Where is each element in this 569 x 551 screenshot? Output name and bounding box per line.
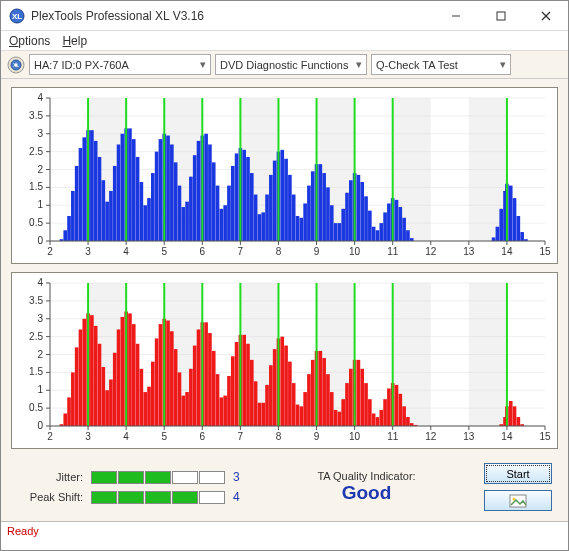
svg-text:3: 3 — [37, 313, 43, 324]
svg-rect-280 — [292, 383, 296, 426]
svg-rect-64 — [140, 182, 144, 241]
svg-rect-116 — [338, 223, 342, 241]
svg-rect-125 — [372, 227, 376, 241]
svg-rect-309 — [402, 406, 406, 426]
svg-rect-238 — [132, 324, 136, 426]
meter-segment — [172, 491, 198, 504]
svg-rect-81 — [204, 134, 208, 241]
svg-rect-105 — [296, 216, 300, 241]
svg-rect-99 — [273, 161, 277, 241]
svg-rect-305 — [387, 388, 391, 426]
toolbar: XL HA:7 ID:0 PX-760A ▾ DVD Diagnostic Fu… — [1, 51, 568, 79]
svg-rect-310 — [406, 417, 410, 426]
svg-rect-290 — [330, 392, 334, 426]
svg-rect-51 — [90, 130, 94, 241]
chart-bottom: 00.511.522.533.5423456789101112131415 — [11, 272, 558, 449]
svg-rect-260 — [216, 374, 220, 426]
svg-text:2: 2 — [47, 246, 53, 257]
peak-value: 4 — [233, 490, 249, 504]
svg-rect-281 — [296, 405, 300, 426]
svg-rect-91 — [242, 150, 246, 241]
meter-segment — [199, 491, 225, 504]
svg-rect-235 — [121, 317, 125, 426]
svg-rect-228 — [94, 326, 98, 426]
svg-rect-56 — [109, 191, 113, 241]
svg-rect-302 — [376, 417, 380, 426]
chart-top: 00.511.522.533.5423456789101112131415 — [11, 87, 558, 264]
svg-rect-3 — [497, 12, 505, 20]
svg-text:4: 4 — [123, 246, 129, 257]
titlebar: XL PlexTools Professional XL V3.16 — [1, 1, 568, 31]
svg-rect-291 — [334, 410, 338, 426]
svg-rect-84 — [216, 186, 220, 241]
svg-rect-284 — [307, 374, 311, 426]
svg-text:1.5: 1.5 — [29, 181, 43, 192]
svg-rect-297 — [357, 360, 361, 426]
svg-rect-300 — [368, 399, 372, 426]
svg-rect-241 — [143, 392, 147, 426]
svg-rect-220 — [63, 413, 67, 426]
svg-rect-87 — [227, 186, 231, 241]
quality-value: Good — [257, 482, 476, 504]
svg-rect-61 — [128, 128, 132, 241]
device-dropdown[interactable]: HA:7 ID:0 PX-760A ▾ — [29, 54, 211, 75]
svg-rect-111 — [319, 164, 323, 241]
test-dropdown[interactable]: Q-Check TA Test ▾ — [371, 54, 511, 75]
svg-rect-308 — [398, 394, 402, 426]
maximize-button[interactable] — [478, 1, 523, 30]
svg-rect-244 — [155, 338, 159, 426]
jitter-meter: Jitter: 3 — [21, 470, 249, 484]
svg-rect-72 — [170, 144, 174, 241]
svg-rect-317 — [513, 406, 517, 426]
svg-text:14: 14 — [501, 246, 513, 257]
svg-rect-230 — [101, 367, 105, 426]
svg-text:7: 7 — [238, 246, 244, 257]
svg-rect-248 — [170, 331, 174, 426]
svg-rect-54 — [101, 180, 105, 241]
svg-rect-263 — [227, 376, 231, 426]
svg-rect-65 — [143, 205, 147, 241]
svg-rect-89 — [235, 153, 239, 241]
meter-segment — [199, 471, 225, 484]
svg-rect-307 — [395, 385, 399, 426]
svg-text:9: 9 — [314, 246, 320, 257]
svg-text:5: 5 — [161, 246, 167, 257]
svg-rect-113 — [326, 187, 330, 241]
svg-rect-98 — [269, 175, 273, 241]
svg-rect-52 — [94, 141, 98, 241]
menu-options[interactable]: Options — [9, 34, 50, 48]
close-button[interactable] — [523, 1, 568, 30]
svg-rect-251 — [181, 396, 185, 426]
chevron-down-icon: ▾ — [356, 58, 362, 71]
svg-text:3.5: 3.5 — [29, 295, 43, 306]
content-area: 00.511.522.533.5423456789101112131415 00… — [1, 79, 568, 521]
start-button[interactable]: Start — [484, 463, 552, 484]
svg-rect-103 — [288, 175, 292, 241]
svg-rect-270 — [254, 381, 258, 426]
svg-rect-259 — [212, 351, 216, 426]
svg-rect-119 — [349, 180, 353, 241]
svg-rect-44 — [63, 230, 67, 241]
function-dropdown[interactable]: DVD Diagnostic Functions ▾ — [215, 54, 367, 75]
menu-help[interactable]: Help — [62, 34, 87, 48]
svg-rect-278 — [284, 346, 288, 426]
svg-rect-46 — [71, 191, 75, 241]
svg-rect-318 — [517, 417, 521, 426]
svg-text:15: 15 — [539, 431, 551, 442]
svg-rect-247 — [166, 321, 170, 426]
svg-rect-71 — [166, 136, 170, 241]
svg-rect-224 — [79, 329, 83, 426]
svg-rect-225 — [82, 319, 86, 426]
svg-rect-301 — [372, 413, 376, 426]
svg-rect-277 — [280, 337, 284, 426]
jitter-value: 3 — [233, 470, 249, 484]
svg-text:0.5: 0.5 — [29, 402, 43, 413]
minimize-button[interactable] — [433, 1, 478, 30]
svg-text:3.5: 3.5 — [29, 110, 43, 121]
svg-text:4: 4 — [123, 431, 129, 442]
svg-rect-95 — [258, 214, 262, 241]
svg-text:2.5: 2.5 — [29, 146, 43, 157]
svg-rect-88 — [231, 166, 235, 241]
save-image-button[interactable] — [484, 490, 552, 511]
svg-rect-257 — [204, 322, 208, 426]
